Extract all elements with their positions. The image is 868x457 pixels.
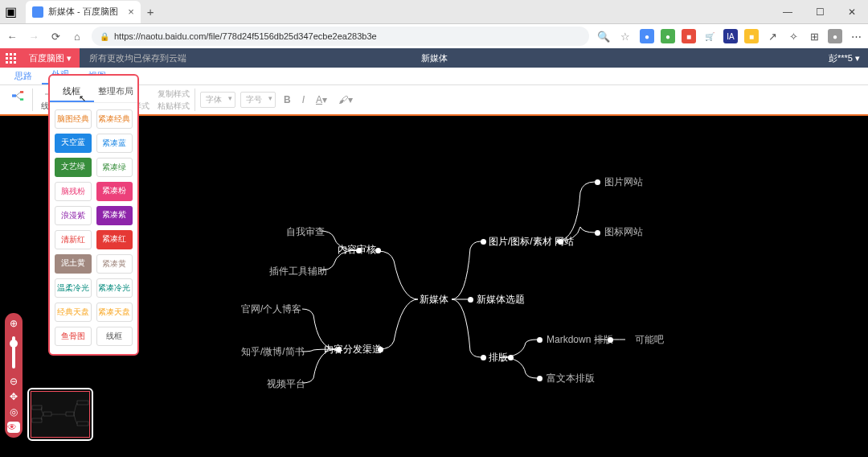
browser-tab[interactable]: 新媒体 - 百度脑图 ×	[26, 1, 141, 23]
app-header: 百度脑图 ▾ 所有更改均已保存到云端 新媒体 彭***5 ▾	[0, 48, 868, 68]
theme-option[interactable]: 泥土黄	[55, 254, 92, 274]
theme-option[interactable]: 紧凑经典	[96, 109, 133, 129]
node-icon-site[interactable]: 图标网站	[604, 225, 643, 239]
theme-option[interactable]: 文艺绿	[55, 158, 92, 177]
forward-button[interactable]: →	[27, 31, 41, 43]
extension-icons: ● ● ■ 🛒 IA ■ ↗ ✧ ⊞ ● ⋯	[640, 29, 863, 43]
close-button[interactable]: ✕	[836, 0, 868, 24]
theme-option[interactable]: 脑图经典	[55, 109, 92, 129]
zoom-out-icon[interactable]: ⊖	[10, 376, 18, 387]
cursor-icon: ↖	[79, 93, 86, 104]
theme-tab-arrange[interactable]: 整理布局	[94, 80, 138, 102]
theme-option[interactable]: 温柔冷光	[55, 278, 92, 298]
app-icon: ▣	[0, 4, 21, 19]
theme-option[interactable]: 浪漫紫	[55, 206, 92, 225]
refresh-button[interactable]: ⟳	[48, 31, 63, 43]
node-richtext[interactable]: 富文本排版	[547, 372, 595, 385]
node-zhihu[interactable]: 知乎/微博/简书	[241, 345, 305, 359]
italic-button[interactable]: I	[299, 94, 308, 105]
theme-option[interactable]: 脑残粉	[55, 182, 92, 201]
minimize-button[interactable]: —	[772, 0, 804, 24]
theme-option[interactable]: 紧凑天盘	[96, 303, 133, 322]
app-menu-button[interactable]	[0, 48, 21, 68]
theme-option[interactable]: 线框	[96, 327, 133, 346]
url-input[interactable]: 🔒 https://naotu.baidu.com/file/778d24f51…	[92, 27, 589, 46]
ext-icon[interactable]: ●	[640, 29, 654, 43]
bgcolor-button[interactable]: 🖌▾	[335, 94, 356, 105]
svg-rect-3	[20, 91, 23, 93]
zoom-control[interactable]: ⊕ ⊖ ✥ ◎ 👁	[5, 313, 23, 438]
node-maybe[interactable]: 可能吧	[635, 333, 664, 347]
ext-icon[interactable]: IA	[723, 29, 738, 43]
theme-option[interactable]: 紧凑粉	[96, 182, 133, 201]
ext-more-icon[interactable]: ↗	[765, 31, 780, 43]
lock-icon: 🔒	[100, 32, 109, 41]
svg-line-2	[16, 96, 20, 99]
close-icon[interactable]: ×	[128, 6, 134, 18]
svg-rect-8	[43, 412, 51, 416]
ext-icon[interactable]: ■	[682, 29, 696, 43]
avatar-icon[interactable]: ●	[828, 29, 842, 43]
theme-option[interactable]: 经典天盘	[55, 303, 92, 322]
minimap[interactable]	[27, 388, 93, 441]
user-menu[interactable]: 彭***5 ▾	[829, 52, 868, 64]
node-topic[interactable]: 新媒体选题	[477, 293, 525, 307]
tree-icon[interactable]: ⊞	[807, 31, 821, 43]
node-markdown[interactable]: Markdown 排版	[547, 333, 613, 347]
window-titlebar: ▣ 新媒体 - 百度脑图 × + — ☐ ✕	[0, 0, 868, 24]
theme-dropdown: 线框 整理布局 ↖ 脑图经典紧凑经典天空蓝紧凑蓝文艺绿紧凑绿脑残粉紧凑粉浪漫紫紧…	[48, 74, 139, 356]
svg-line-1	[16, 92, 20, 95]
star-icon[interactable]: ☆	[618, 31, 633, 43]
node-layout[interactable]: 排版	[489, 351, 508, 364]
svg-rect-11	[77, 422, 88, 426]
theme-option[interactable]: 清新红	[55, 230, 92, 249]
node-channel[interactable]: 内容分发渠道	[324, 343, 382, 356]
fontcolor-button[interactable]: A▾	[313, 94, 330, 105]
more-icon[interactable]: ⋯	[849, 31, 863, 43]
theme-option[interactable]: 紧凑蓝	[96, 134, 133, 153]
node-self-review[interactable]: 自我审查	[286, 225, 325, 239]
theme-option[interactable]: 紧凑黄	[96, 254, 133, 274]
size-select[interactable]: 字号	[240, 92, 276, 108]
node-video[interactable]: 视频平台	[267, 377, 305, 391]
center-icon[interactable]: ◎	[10, 406, 18, 418]
ext-icon[interactable]: ■	[744, 29, 759, 43]
bold-button[interactable]: B	[280, 94, 294, 105]
node-plugin-help[interactable]: 插件工具辅助	[269, 265, 327, 278]
svg-rect-4	[20, 98, 23, 101]
move-icon[interactable]: ✥	[10, 391, 18, 402]
theme-option[interactable]: 天空蓝	[55, 134, 92, 153]
address-bar: ← → ⟳ ⌂ 🔒 https://naotu.baidu.com/file/7…	[0, 24, 868, 48]
theme-option[interactable]: 紧凑冷光	[96, 278, 133, 298]
new-tab-button[interactable]: +	[147, 5, 154, 19]
eye-icon[interactable]: 👁	[7, 422, 20, 433]
puzzle-icon[interactable]: ✧	[786, 31, 800, 43]
font-select[interactable]: 字体	[200, 92, 235, 108]
node-blog[interactable]: 官网/个人博客	[241, 303, 301, 316]
paste-style-button[interactable]: 粘贴样式	[158, 101, 190, 112]
theme-option[interactable]: 鱼骨图	[55, 327, 92, 346]
svg-rect-0	[12, 94, 16, 97]
theme-option[interactable]: 紧凑紫	[96, 206, 133, 225]
favicon-icon	[32, 6, 43, 18]
zoom-in-icon[interactable]: ⊕	[10, 318, 18, 329]
node-img-site[interactable]: 图片网站	[604, 175, 643, 189]
theme-option[interactable]: 紧凑红	[96, 230, 133, 249]
theme-tab-wireframe[interactable]: 线框	[50, 80, 94, 102]
home-button[interactable]: ⌂	[70, 31, 84, 43]
ext-icon[interactable]: 🛒	[702, 29, 717, 43]
ext-icon[interactable]: ●	[661, 29, 675, 43]
copy-style-button[interactable]: 复制样式	[158, 89, 190, 100]
url-text: https://naotu.baidu.com/file/778d24f5156…	[114, 31, 377, 41]
svg-rect-12	[32, 406, 42, 410]
maximize-button[interactable]: ☐	[804, 0, 836, 24]
theme-option[interactable]: 紧凑绿	[96, 158, 133, 177]
svg-rect-9	[66, 412, 74, 416]
app-brand[interactable]: 百度脑图 ▾	[21, 48, 80, 68]
document-title: 新媒体	[421, 52, 448, 64]
search-icon[interactable]: 🔍	[596, 31, 611, 43]
node-root[interactable]: 新媒体	[420, 293, 448, 307]
layout-button[interactable]	[5, 89, 27, 111]
tab-thinking[interactable]: 思路	[5, 68, 42, 84]
back-button[interactable]: ←	[5, 31, 19, 43]
